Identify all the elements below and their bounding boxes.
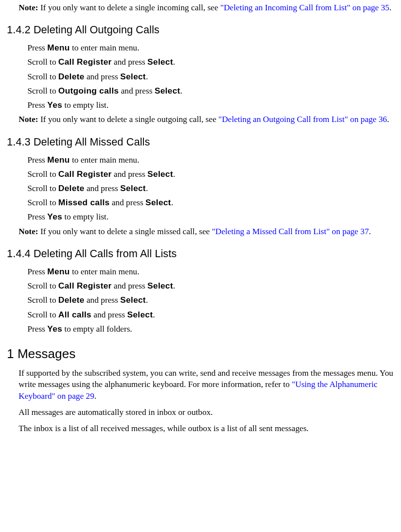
- note-label: Note:: [19, 115, 38, 124]
- step-text: and press: [119, 86, 155, 96]
- paragraph: The inbox is a list of all received mess…: [19, 423, 394, 434]
- step-text: and press: [112, 57, 147, 67]
- para-text: .: [94, 391, 96, 401]
- heading-messages: 1 Messages: [7, 345, 394, 363]
- note-text-end: .: [387, 115, 389, 124]
- ui-label: Outgoing calls: [58, 86, 119, 96]
- step: Press Menu to enter main menu.: [27, 266, 394, 277]
- step: Scroll to Call Register and press Select…: [27, 169, 394, 180]
- step-text: and press: [110, 198, 145, 207]
- step: Scroll to Delete and press Select.: [27, 71, 394, 82]
- step-text: and press: [84, 184, 120, 193]
- ui-label: Select: [147, 169, 173, 179]
- step-text: Scroll to: [27, 310, 58, 319]
- step-text: Press: [27, 43, 47, 52]
- note-label: Note:: [19, 227, 38, 236]
- note-text: If you only want to delete a single miss…: [38, 227, 212, 236]
- ui-label: Select: [120, 295, 145, 305]
- step-text: .: [173, 281, 175, 290]
- step-text: .: [171, 198, 173, 207]
- step-text: Scroll to: [27, 198, 58, 207]
- step-text: Press: [27, 267, 47, 276]
- step: Scroll to All calls and press Select.: [27, 309, 394, 320]
- step: Press Yes to empty all folders.: [27, 323, 394, 335]
- ui-label: Select: [147, 281, 173, 290]
- step-text: .: [173, 57, 175, 67]
- ui-label: Call Register: [58, 281, 112, 290]
- link-deleting-missed[interactable]: "Deleting a Missed Call from List" on pa…: [212, 227, 369, 236]
- step-text: .: [153, 310, 155, 319]
- step-text: to empty all folders.: [62, 324, 132, 334]
- step: Press Menu to enter main menu.: [27, 154, 394, 166]
- note-missed: Note: If you only want to delete a singl…: [19, 226, 394, 237]
- ui-label: Yes: [47, 324, 63, 334]
- step-text: and press: [92, 310, 127, 319]
- step-text: Scroll to: [27, 57, 58, 67]
- paragraph: All messages are automatically stored in…: [19, 407, 394, 418]
- note-text-end: .: [369, 227, 371, 236]
- step-text: Scroll to: [27, 281, 58, 290]
- ui-label: Delete: [58, 183, 84, 193]
- note-text-end: .: [389, 3, 391, 12]
- note-incoming: Note: If you only want to delete a singl…: [19, 2, 394, 13]
- step-text: to enter main menu.: [70, 155, 140, 165]
- step: Scroll to Call Register and press Select…: [27, 280, 394, 291]
- ui-label: Select: [120, 183, 145, 193]
- step-text: .: [180, 86, 182, 96]
- ui-label: Select: [147, 57, 173, 67]
- step-text: Scroll to: [27, 295, 58, 305]
- ui-label: Missed calls: [58, 197, 110, 207]
- step-text: Press: [27, 100, 47, 110]
- step-text: and press: [84, 72, 120, 81]
- ui-label: Select: [145, 197, 171, 207]
- step-text: .: [146, 184, 148, 193]
- note-outgoing: Note: If you only want to delete a singl…: [19, 114, 394, 125]
- step: Press Menu to enter main menu.: [27, 42, 394, 53]
- ui-label: Delete: [58, 72, 84, 81]
- ui-label: Menu: [47, 43, 70, 52]
- note-text: If you only want to delete a single inco…: [38, 3, 220, 12]
- paragraph: If supported by the subscribed system, y…: [19, 367, 394, 402]
- step-text: Scroll to: [27, 169, 58, 179]
- step-text: Scroll to: [27, 72, 58, 81]
- step-text: and press: [112, 169, 147, 179]
- step-text: .: [173, 169, 175, 179]
- ui-label: Call Register: [58, 169, 112, 179]
- step-text: to enter main menu.: [70, 267, 140, 276]
- step-text: to empty list.: [62, 212, 109, 221]
- step-text: and press: [112, 281, 147, 290]
- step-text: to empty list.: [62, 100, 109, 110]
- note-text: If you only want to delete a single outg…: [38, 115, 218, 124]
- ui-label: Yes: [47, 212, 63, 221]
- step-text: to enter main menu.: [70, 43, 140, 52]
- ui-label: Select: [120, 72, 145, 81]
- ui-label: Select: [127, 310, 153, 319]
- step: Scroll to Missed calls and press Select.: [27, 197, 394, 208]
- step-text: .: [146, 72, 148, 81]
- ui-label: Select: [155, 86, 180, 96]
- step: Scroll to Call Register and press Select…: [27, 56, 394, 68]
- step-text: Press: [27, 324, 47, 334]
- step: Press Yes to empty list.: [27, 99, 394, 111]
- step: Press Yes to empty list.: [27, 211, 394, 222]
- ui-label: Menu: [47, 266, 70, 276]
- ui-label: Menu: [47, 155, 70, 165]
- ui-label: Call Register: [58, 57, 112, 67]
- ui-label: Delete: [58, 295, 84, 305]
- step-text: Press: [27, 155, 47, 165]
- step-text: .: [146, 295, 148, 305]
- ui-label: All calls: [58, 310, 92, 319]
- step: Scroll to Delete and press Select.: [27, 183, 394, 194]
- heading-142: 1.4.2 Deleting All Outgoing Calls: [7, 23, 394, 37]
- heading-143: 1.4.3 Deleting All Missed Calls: [7, 135, 394, 149]
- step-text: and press: [84, 295, 120, 305]
- note-label: Note:: [19, 3, 38, 12]
- step-text: Scroll to: [27, 86, 58, 96]
- step: Scroll to Delete and press Select.: [27, 294, 394, 306]
- link-deleting-incoming[interactable]: "Deleting an Incoming Call from List" on…: [220, 3, 389, 12]
- step: Scroll to Outgoing calls and press Selec…: [27, 85, 394, 97]
- ui-label: Yes: [47, 100, 63, 110]
- link-deleting-outgoing[interactable]: "Deleting an Outgoing Call from List" on…: [218, 115, 387, 124]
- step-text: Press: [27, 212, 47, 221]
- step-text: Scroll to: [27, 184, 58, 193]
